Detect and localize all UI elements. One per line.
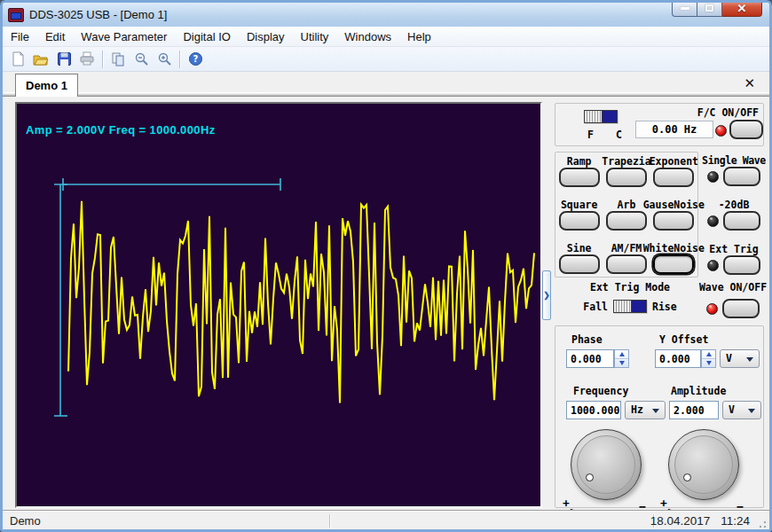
phase-spinner[interactable] [614,349,629,368]
wave-button-label: Exponent [650,155,698,168]
fall-rise-toggle-handle [614,301,632,312]
amplitude-label: Amplitude [671,385,726,397]
y-offset-spinner[interactable] [701,349,716,368]
wave-button-label: AM/FM [611,242,642,254]
minimize-button[interactable] [672,0,697,17]
sine-button[interactable] [559,254,600,274]
phase-input[interactable] [566,349,614,368]
fc-toggle[interactable] [584,110,618,123]
amplitude-input[interactable] [669,401,719,419]
frequency-input[interactable] [566,401,621,419]
menu-wave-parameter[interactable]: Wave Parameter [73,27,175,46]
fc-toggle-left-label: F [587,129,594,141]
single-wave-label: Single Wave [702,154,766,167]
fc-group: F C 0.00 Hz F/C ON/OFF [555,103,764,146]
wave-button-label: Arb [618,199,636,211]
spin-down-icon[interactable] [702,359,715,367]
tab-demo1[interactable]: Demo 1 [15,74,78,97]
wave-onoff-button[interactable] [722,299,760,318]
wave-onoff-led [706,303,718,315]
window-controls: ✕ [672,0,762,17]
minus20db-label: -20dB [719,199,750,211]
menu-edit[interactable]: Edit [37,27,73,46]
wave-onoff-label: Wave ON/OFF [699,281,767,293]
close-icon: ✕ [737,3,747,14]
frequency-unit-select[interactable]: Hz [625,401,666,419]
menu-help[interactable]: Help [399,27,439,46]
trapezia-button[interactable] [606,168,647,187]
toolbar: ? [3,47,769,72]
panel-splitter[interactable]: ❯ [542,270,551,320]
fc-onoff-label: F/C ON/OFF [697,106,759,119]
wave-button-label: Square [561,199,598,211]
save-floppy-icon [57,51,72,66]
amplitude-knob[interactable] [668,429,739,500]
title-bar: DDS-3025 USB - [Demo 1] ✕ [3,3,769,27]
amplitude-unit-select[interactable]: V [722,401,761,419]
ramp-button[interactable] [559,168,600,187]
ext-trig-mode-label: Ext Trig Mode [590,281,670,293]
frequency-knob[interactable] [571,429,642,500]
wave-button-label: Ramp [567,155,592,168]
fc-frequency-display: 0.00 Hz [635,121,713,138]
amfm-button[interactable] [606,254,647,274]
menu-windows[interactable]: Windows [336,27,399,46]
square-button[interactable] [559,211,600,231]
knob-indicator-dot [586,473,594,481]
waveform-plot [17,104,540,506]
status-separator [329,514,330,528]
zoom-in-button[interactable] [153,48,176,70]
toolbar-separator [102,51,103,68]
fc-onoff-button[interactable] [729,120,763,139]
whitenoise-button[interactable] [653,254,694,274]
fc-toggle-right-label: C [616,129,622,141]
copy-button[interactable] [106,48,130,70]
menu-display[interactable]: Display [239,27,293,46]
spin-up-icon[interactable] [702,350,715,359]
frequency-label: Frequency [573,385,628,397]
single-wave-button[interactable] [723,167,760,186]
wave-grid-box: Ramp Trapezia Exponent Square Arb GauseN… [555,152,698,278]
wave-select-group: Ramp Trapezia Exponent Square Arb GauseN… [555,152,768,278]
ext-trig-button[interactable] [723,255,760,275]
menu-utility[interactable]: Utility [293,27,337,46]
svg-text:?: ? [193,54,198,64]
status-bar: Demo 18.04.2017 11:24 [3,510,769,531]
y-offset-input[interactable] [655,349,701,368]
app-icon [8,8,24,22]
content-area: Amp = 2.000V Freq = 1000.000Hz ❯ [3,97,769,510]
open-button[interactable] [29,48,52,70]
parameters-group: Phase Y Offset V [555,325,764,508]
wave-button-label: Trapezia [602,155,650,168]
toolbar-separator [179,51,180,68]
knob-indicator-dot [683,473,691,481]
ext-trig-led [707,260,719,271]
help-icon: ? [188,51,203,66]
chevron-right-icon: ❯ [543,291,550,300]
fc-led [715,125,727,137]
menu-file[interactable]: File [3,27,37,46]
y-offset-unit-select[interactable]: V [720,349,760,368]
new-button[interactable] [6,48,29,70]
open-folder-icon [33,51,49,66]
minus20db-button[interactable] [723,211,760,231]
spin-down-icon[interactable] [615,359,628,367]
close-button[interactable]: ✕ [722,0,762,17]
gausenoise-button[interactable] [653,211,694,231]
menu-digital-io[interactable]: Digital IO [175,27,238,46]
help-button[interactable]: ? [184,48,207,70]
fall-rise-toggle[interactable] [613,300,647,313]
zoom-out-button[interactable] [130,48,153,70]
save-button[interactable] [52,48,75,70]
spin-up-icon[interactable] [615,350,628,359]
status-datetime: 18.04.2017 11:24 [650,514,750,528]
arb-button[interactable] [606,211,647,231]
resize-grip[interactable] [756,518,767,528]
exponent-button[interactable] [653,168,694,187]
status-text: Demo [3,514,41,528]
maximize-button[interactable] [697,0,722,17]
print-button[interactable] [75,48,98,70]
rise-label: Rise [652,301,677,313]
tab-close-icon[interactable]: ✕ [744,75,755,91]
wave-button-label: WhiteNoise [643,242,705,254]
